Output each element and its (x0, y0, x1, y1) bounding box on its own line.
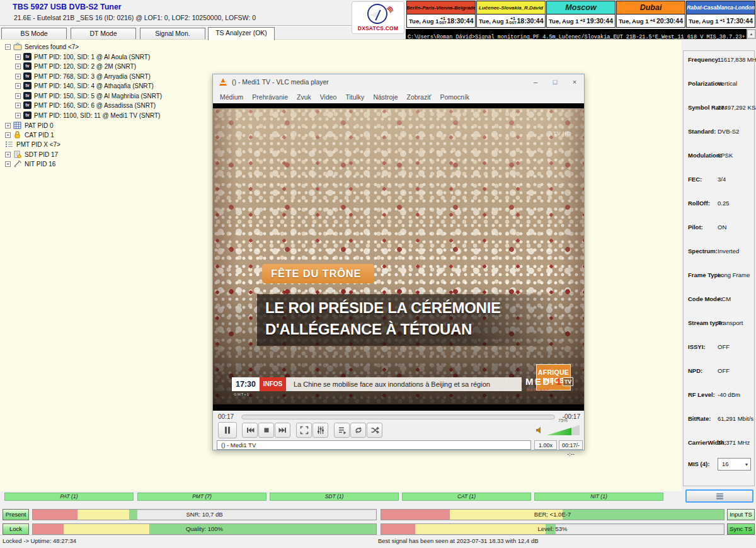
tree-node-nit[interactable]: + NIT PID 16 (5, 159, 55, 168)
minimize-icon[interactable]: – (526, 74, 545, 90)
scroll-up-icon[interactable]: ▲ (747, 30, 755, 38)
expander-icon[interactable]: + (15, 83, 21, 89)
expander-icon[interactable]: + (5, 161, 11, 167)
menu-audio[interactable]: Zvuk (292, 93, 316, 101)
clock-dubai: Dubai Tue, Aug 1+420:30:44 (616, 1, 685, 28)
ticker-tag: INFOS (260, 377, 286, 391)
level-value: Level: 53% (381, 524, 724, 534)
time-indicator[interactable]: 00:17/--:-- (559, 440, 583, 450)
expander-icon[interactable]: + (15, 74, 21, 79)
param-value: Inverted (718, 248, 739, 254)
present-indicator: Present (3, 509, 29, 520)
pause-button[interactable] (218, 422, 237, 438)
mis-dropdown[interactable]: 16▾ (718, 458, 751, 471)
expander-icon[interactable]: + (15, 103, 21, 108)
tv-badge-icon: tv (23, 62, 32, 70)
playlist-button[interactable] (334, 423, 350, 438)
expander-icon[interactable]: − (5, 44, 11, 50)
expander-icon[interactable]: + (5, 123, 11, 128)
snr-bar: SNR: 10,7 dB (32, 509, 377, 520)
tree-node-pat[interactable]: + PAT PID 0 (5, 121, 54, 130)
maximize-icon[interactable]: □ (546, 74, 564, 90)
antenna-icon (13, 160, 22, 168)
clock-label: Berlin-Paris-Vienna-Belgrade (407, 1, 475, 14)
tree-node-sdt[interactable]: + SDT PID 17 (5, 150, 58, 159)
tree-node-service[interactable]: + tv PMT PID: 1100, SID: 11 @ Medi1 TV (… (15, 111, 160, 120)
tab-dt-mode[interactable]: DT Mode (71, 28, 136, 40)
seek-slider[interactable] (241, 414, 555, 420)
tree-label: PMT PID X <7> (16, 141, 60, 148)
param-value: OFF (718, 343, 730, 350)
tree-node-cat[interactable]: + CAT PID 1 (5, 130, 54, 139)
stop-button[interactable] (258, 423, 274, 438)
menu-help[interactable]: Pomocník (435, 93, 474, 101)
page-star-icon (13, 151, 22, 158)
clock-time: 17:30:44 (726, 17, 753, 25)
tree-node-services-found[interactable]: − Services found <7> (5, 42, 79, 51)
tree-label: PMT PID: 100, SID: 1 @ Al Aoula (SNRT) (34, 54, 150, 60)
next-button[interactable] (275, 423, 290, 438)
menu-medium[interactable]: Médium (215, 93, 248, 101)
tree-node-service[interactable]: + tv PMT PID: 120, SID: 2 @ 2M (SNRT) (15, 62, 136, 71)
param-value: DVB-S2 (718, 128, 739, 135)
tree-label: PMT PID: 150, SID: 5 @ Al Maghribia (SNR… (34, 93, 162, 100)
news-ticker: La Chine se mobilise face aux inondation… (286, 377, 522, 391)
tv-badge-icon: tv (23, 111, 32, 119)
tree-node-service[interactable]: + tv PMT PID: 768, SID: 3 @ Arryadia (SN… (15, 72, 151, 81)
expander-icon[interactable]: + (15, 93, 21, 99)
tab-bs-mode[interactable]: BS Mode (1, 28, 67, 40)
quality-value: Quality: 100% (33, 524, 376, 534)
ts-list-button[interactable] (685, 489, 753, 503)
menu-video[interactable]: Video (316, 93, 341, 101)
menu-view[interactable]: Zobraziť (402, 93, 435, 101)
param-value: 3/4 (718, 176, 726, 183)
extended-settings-button[interactable] (312, 423, 328, 438)
tab-ts-analyzer[interactable]: TS Analyzer (OK) (208, 27, 275, 40)
now-playing-field[interactable]: () - Medi1 TV (217, 440, 531, 450)
clock-label: Rabat-Casablanca-London (687, 1, 755, 14)
expander-icon[interactable]: + (15, 54, 21, 60)
expander-icon[interactable]: + (5, 152, 11, 157)
loop-button[interactable] (350, 423, 366, 438)
playback-speed[interactable]: 1.00x (534, 440, 557, 450)
tree-label: CAT PID 1 (25, 132, 54, 139)
signal-parameters-panel: Frequency:11617,838 MHz Polarization:Ver… (683, 50, 755, 486)
menu-tools[interactable]: Nástroje (369, 93, 402, 101)
tab-signal-mon[interactable]: Signal Mon. (140, 28, 205, 40)
dxsatcs-logo: ))) DXSATCS.COM (352, 1, 404, 34)
close-icon[interactable]: × (565, 74, 584, 90)
tree-node-service[interactable]: + tv PMT PID: 140, SID: 4 @ Athaqafia (S… (15, 81, 154, 90)
vlc-window-title: () - Medi1 TV - VLC media player (232, 78, 329, 86)
medi1tv-logo: MEDI1TV (525, 376, 573, 387)
tree-node-pmt-x[interactable]: PMT PID X <7> (5, 140, 60, 149)
volume-slider[interactable] (547, 425, 580, 435)
dxsatcs-logo-text: DXSATCS.COM (352, 25, 404, 31)
video-viewport[interactable]: TV HD FÊTE DU TRÔNE LE ROI PRÉSIDE LA CÉ… (213, 103, 584, 411)
menu-subtitles[interactable]: Titulky (341, 93, 369, 101)
lock-uptime-status: Locked -> Uptime: 48:27:34 (3, 537, 76, 544)
topic-banner: FÊTE DU TRÔNE (262, 264, 374, 283)
param-value: 11617,838 MHz (718, 56, 756, 63)
fullscreen-button[interactable] (296, 423, 312, 438)
tree-node-service[interactable]: + tv PMT PID: 160, SID: 6 @ Assadissa (S… (15, 101, 156, 110)
expander-icon[interactable]: + (5, 132, 11, 138)
stack-icon (716, 493, 723, 499)
volume-icon[interactable] (536, 426, 544, 435)
ticker-clock: 17:30 (232, 377, 260, 391)
pat-indicator: PAT (1) (4, 493, 134, 501)
expander-icon[interactable]: + (15, 113, 21, 118)
tv-badge-icon: tv (23, 53, 32, 60)
previous-button[interactable] (242, 423, 258, 438)
expander-icon[interactable]: + (15, 64, 21, 69)
menu-playback[interactable]: Prehrávanie (248, 93, 292, 101)
shuffle-button[interactable] (367, 423, 382, 438)
tree-node-service[interactable]: + tv PMT PID: 150, SID: 5 @ Al Maghribia… (15, 91, 162, 100)
param-value: Long Frame (718, 271, 750, 278)
medi1tv-logo-sub: MAGHREB (527, 388, 549, 392)
vlc-titlebar[interactable]: () - Medi1 TV - VLC media player – □ × (213, 74, 584, 90)
chevron-down-icon: ▾ (745, 459, 748, 471)
tree-label: NIT PID 16 (25, 161, 55, 168)
param-value: -40 dBm (718, 391, 740, 398)
sync-ts-indicator: Sync TS (727, 523, 755, 535)
tree-node-service[interactable]: + tv PMT PID: 100, SID: 1 @ Al Aoula (SN… (15, 52, 150, 61)
